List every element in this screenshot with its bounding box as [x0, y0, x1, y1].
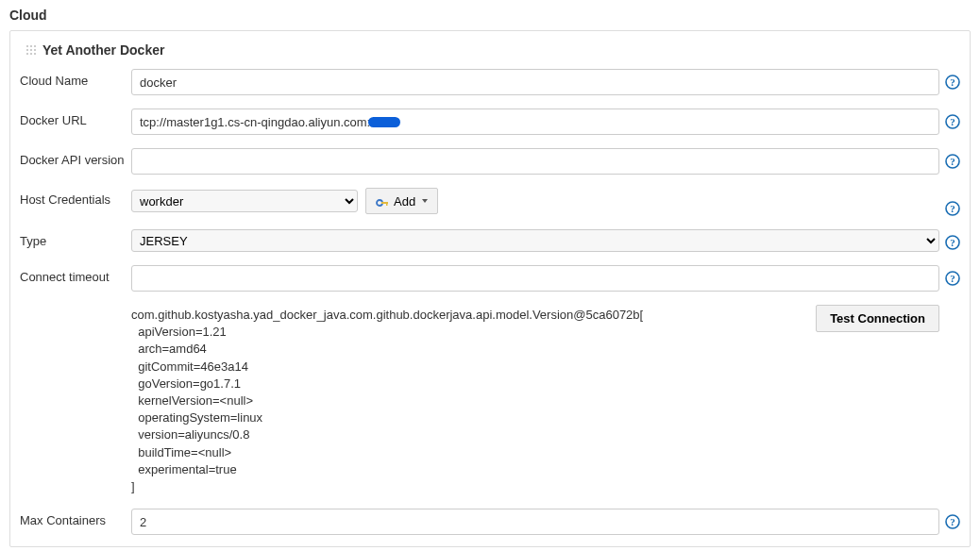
- cloud-panel: Yet Another Docker Cloud Name ? Docker U…: [9, 30, 971, 547]
- connect-timeout-input[interactable]: [131, 265, 939, 292]
- help-icon[interactable]: ?: [945, 114, 960, 129]
- svg-text:?: ?: [950, 156, 955, 167]
- svg-rect-17: [386, 202, 388, 206]
- redacted-port: [368, 117, 400, 127]
- svg-text:?: ?: [950, 76, 955, 88]
- max-containers-input[interactable]: [131, 509, 939, 535]
- connection-status-output: com.github.kostyasha.yad_docker_java.com…: [131, 305, 806, 495]
- cloud-name-input[interactable]: [131, 69, 939, 95]
- connect-timeout-label: Connect timeout: [20, 265, 131, 284]
- type-label: Type: [20, 229, 131, 248]
- key-icon: [376, 196, 389, 206]
- docker-url-text: tcp://master1g1.cs-cn-qingdao.aliyun.com…: [140, 115, 370, 129]
- cloud-name-label: Cloud Name: [20, 69, 131, 88]
- test-connection-button[interactable]: Test Connection: [816, 305, 939, 332]
- svg-point-6: [26, 53, 28, 55]
- host-credentials-select[interactable]: workder: [131, 190, 358, 212]
- svg-text:?: ?: [950, 273, 955, 284]
- status-spacer: [20, 305, 131, 309]
- help-icon[interactable]: ?: [945, 154, 960, 169]
- svg-point-4: [30, 49, 32, 51]
- subsection-title: Yet Another Docker: [42, 42, 164, 58]
- docker-api-version-label: Docker API version: [20, 148, 131, 167]
- help-icon[interactable]: ?: [945, 514, 960, 529]
- svg-point-1: [30, 45, 32, 47]
- host-credentials-label: Host Credentials: [20, 188, 131, 207]
- svg-point-5: [34, 49, 36, 51]
- add-credentials-button[interactable]: Add: [365, 188, 438, 214]
- svg-text:?: ?: [950, 516, 955, 527]
- svg-point-7: [30, 53, 32, 55]
- docker-api-version-input[interactable]: [131, 148, 939, 175]
- svg-text:?: ?: [950, 116, 955, 127]
- subsection-header: Yet Another Docker: [25, 42, 960, 58]
- chevron-down-icon: [422, 199, 428, 203]
- svg-text:?: ?: [950, 203, 955, 214]
- help-icon[interactable]: ?: [945, 75, 960, 90]
- docker-url-label: Docker URL: [20, 109, 131, 127]
- max-containers-label: Max Containers: [20, 509, 131, 527]
- drag-grip-icon: [25, 44, 37, 56]
- svg-point-0: [26, 45, 28, 47]
- svg-text:?: ?: [950, 237, 955, 248]
- help-icon[interactable]: ?: [945, 271, 960, 286]
- svg-point-2: [34, 45, 36, 47]
- help-icon[interactable]: ?: [945, 201, 960, 216]
- svg-point-3: [26, 49, 28, 51]
- add-button-label: Add: [394, 194, 415, 209]
- section-title: Cloud: [9, 8, 971, 23]
- svg-point-8: [34, 53, 36, 55]
- type-select[interactable]: JERSEY: [131, 229, 939, 252]
- docker-url-input[interactable]: tcp://master1g1.cs-cn-qingdao.aliyun.com…: [131, 109, 939, 135]
- help-icon[interactable]: ?: [945, 235, 960, 250]
